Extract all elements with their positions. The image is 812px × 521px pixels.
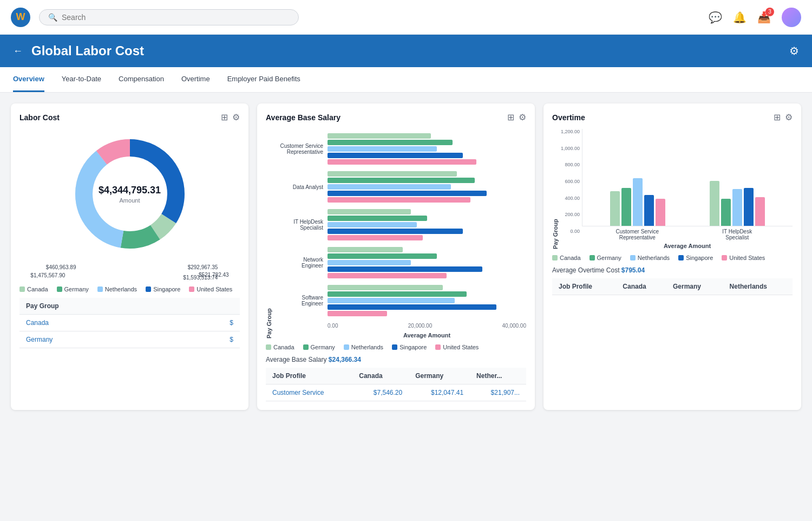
overtime-bars — [582, 129, 793, 226]
legend-netherlands: Netherlands — [344, 344, 383, 350]
bar-ne-canada — [328, 247, 403, 252]
netherlands-dot — [344, 344, 349, 350]
job-customer-service[interactable]: Customer Service — [266, 385, 352, 401]
workday-logo: W — [11, 8, 30, 27]
overtime-chart-area: Customer ServiceRepresentative IT HelpDe… — [582, 129, 793, 249]
legend-us: United States — [189, 286, 232, 292]
bar-da-germany — [328, 178, 475, 183]
bar-it-germany — [328, 216, 427, 221]
inbox-button[interactable]: 📥 3 — [757, 11, 771, 24]
search-bar[interactable]: 🔍 — [39, 9, 299, 25]
bars-da — [328, 171, 526, 203]
bar-row-ne: Network Engineer — [274, 247, 526, 278]
bars-it — [328, 209, 526, 240]
top-bar-icons: 💬 🔔 📥 3 — [709, 8, 801, 27]
avg-salary-legend: Canada Germany Netherlands Singapore Uni… — [266, 344, 526, 350]
tab-employer-benefits[interactable]: Employer Paid Benefits — [227, 67, 300, 92]
vbar-csr-singapore — [644, 195, 654, 226]
nav-tabs: Overview Year-to-Date Compensation Overt… — [0, 67, 812, 93]
legend-canada: Canada — [552, 255, 581, 261]
th-germany: Germany — [409, 368, 470, 385]
page-header: ← Global Labor Cost ⚙ — [0, 35, 812, 67]
legend-us: United States — [722, 255, 765, 261]
tab-overview[interactable]: Overview — [13, 67, 44, 92]
vbar-it-canada — [710, 181, 719, 226]
legend-canada: Canada — [19, 286, 48, 292]
legend-germany: Germany — [590, 255, 621, 261]
bar-it-netherlands — [328, 222, 417, 227]
legend-singapore: Singapore — [146, 286, 180, 292]
bar-label-da: Data Analyst — [274, 184, 323, 190]
tab-overtime[interactable]: Overtime — [181, 67, 210, 92]
table-row: Germany $ — [19, 331, 240, 348]
th-germany: Germany — [666, 278, 723, 295]
salary-chart-area: Customer Service Representative Data Ana… — [274, 129, 526, 338]
labor-cost-card: Labor Cost ⊞ ⚙ — [11, 103, 248, 410]
tab-ytd[interactable]: Year-to-Date — [62, 67, 101, 92]
salary-x-axis-label: Average Amount — [274, 332, 526, 338]
paygroup-canada[interactable]: Canada — [19, 315, 181, 331]
search-icon: 🔍 — [48, 13, 57, 22]
top-bar: W 🔍 💬 🔔 📥 3 — [0, 0, 812, 35]
us-dot — [722, 255, 727, 260]
settings-button[interactable]: ⚙ — [789, 44, 799, 57]
cs-canada: $7,546.20 — [352, 385, 409, 401]
bar-row-da: Data Analyst — [274, 171, 526, 203]
salary-chart-wrapper: Pay Group Customer Service Representativ… — [266, 129, 526, 338]
th-netherlands: Netherlands — [723, 278, 793, 295]
gear-icon[interactable]: ⚙ — [785, 112, 793, 122]
gear-icon[interactable]: ⚙ — [232, 112, 240, 122]
bar-ne-netherlands — [328, 260, 411, 265]
paygroup-germany[interactable]: Germany — [19, 331, 181, 348]
group-csr — [610, 178, 665, 226]
bar-row-se: Software Engineer — [274, 285, 526, 316]
back-button[interactable]: ← — [13, 45, 23, 57]
cs-nether: $21,907... — [470, 385, 526, 401]
filter-icon[interactable]: ⊞ — [221, 112, 228, 122]
main-content: Labor Cost ⊞ ⚙ — [0, 93, 812, 421]
donut-amount: $4,344,795.31 — [99, 185, 161, 196]
germany-dot — [590, 255, 595, 260]
bar-se-germany — [328, 291, 467, 297]
vbar-csr-us — [656, 199, 665, 226]
bar-ne-us — [328, 273, 447, 278]
donut-chart: $4,344,795.31 Amount — [19, 129, 240, 259]
salary-y-axis-label: Pay Group — [266, 129, 272, 338]
canada-dot — [552, 255, 558, 260]
filter-icon[interactable]: ⊞ — [507, 112, 514, 122]
avg-salary-stat: Average Base Salary $24,366.34 — [266, 356, 526, 363]
page-title: Global Labor Cost — [31, 43, 144, 58]
legend-us: United States — [435, 344, 479, 350]
bar-it-singapore — [328, 229, 463, 234]
singapore-dot — [146, 286, 151, 292]
overtime-chart-wrapper: Pay Group 1,200.00 1,000.00 800.00 600.0… — [552, 129, 793, 249]
vbar-it-us — [755, 197, 765, 226]
us-dot — [435, 344, 441, 350]
avg-salary-header: Average Base Salary ⊞ ⚙ — [266, 112, 526, 122]
filter-icon[interactable]: ⊞ — [774, 112, 781, 122]
bar-label-ne: Network Engineer — [274, 257, 323, 269]
overtime-y-axis-label: Pay Group — [552, 129, 559, 249]
singapore-dot — [392, 344, 397, 350]
bar-csr-netherlands — [328, 146, 437, 152]
user-avatar[interactable] — [782, 8, 801, 27]
donut-label: $4,344,795.31 Amount — [99, 185, 161, 204]
bar-da-us — [328, 197, 470, 203]
overtime-table: Job Profile Canada Germany Netherlands — [552, 278, 793, 295]
bar-se-singapore — [328, 304, 496, 310]
vbar-csr-netherlands — [633, 178, 643, 226]
bar-label-csr: Customer Service Representative — [274, 143, 323, 155]
overtime-y-axis: 1,200.00 1,000.00 800.00 600.00 400.00 2… — [561, 129, 580, 249]
gear-icon[interactable]: ⚙ — [519, 112, 526, 122]
tab-compensation[interactable]: Compensation — [119, 67, 164, 92]
bar-row-it: IT HelpDesk Specialist — [274, 209, 526, 240]
avg-salary-card: Average Base Salary ⊞ ⚙ Pay Group Custom… — [257, 103, 535, 410]
chat-button[interactable]: 💬 — [709, 11, 722, 24]
donut-sub: Amount — [99, 197, 161, 204]
search-input[interactable] — [62, 13, 290, 22]
labor-cost-legend: Canada Germany Netherlands Singapore Uni… — [19, 286, 240, 292]
notifications-button[interactable]: 🔔 — [733, 11, 746, 24]
bar-csr-canada — [328, 133, 431, 139]
avg-salary-table: Job Profile Canada Germany Nether... Cus… — [266, 368, 526, 401]
vbar-it-singapore — [744, 188, 754, 226]
